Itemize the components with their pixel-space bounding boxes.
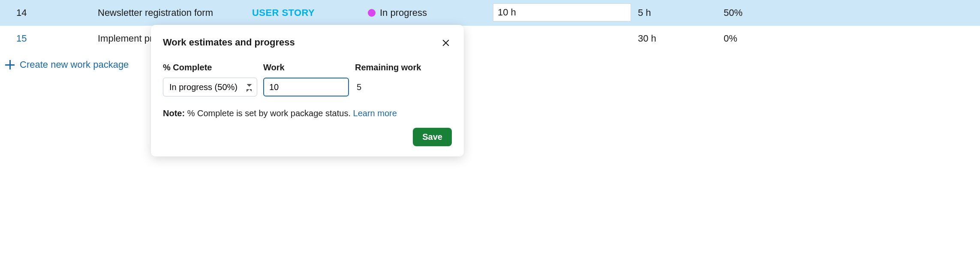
wp-percent: 0% bbox=[720, 33, 980, 44]
close-icon bbox=[442, 39, 450, 47]
wp-status: In progress bbox=[364, 7, 493, 18]
work-estimates-dialog: Work estimates and progress % Complete I… bbox=[151, 25, 464, 157]
create-label: Create new work package bbox=[20, 59, 129, 70]
percent-complete-label: % Complete bbox=[163, 63, 262, 72]
remaining-work-value: 5 bbox=[355, 78, 452, 96]
status-dot-icon bbox=[368, 9, 376, 17]
close-button[interactable] bbox=[440, 37, 452, 49]
status-text: In progress bbox=[380, 7, 427, 18]
wp-subject: Newsletter registration form bbox=[94, 7, 249, 18]
wp-remaining: 5 h bbox=[634, 7, 720, 18]
dialog-title: Work estimates and progress bbox=[163, 37, 295, 48]
table-row[interactable]: 15 Implement pro 30 h 0% bbox=[0, 26, 980, 51]
wp-remaining: 30 h bbox=[634, 33, 720, 44]
create-work-package-button[interactable]: Create new work package bbox=[0, 51, 129, 70]
percent-complete-select[interactable]: In progress (50%) bbox=[163, 78, 257, 96]
note-bold: Note: bbox=[163, 108, 185, 118]
wp-type: USER STORY bbox=[249, 7, 364, 18]
wp-percent: 50% bbox=[720, 7, 980, 18]
remaining-work-label: Remaining work bbox=[355, 63, 452, 72]
wp-work-editing-cell[interactable]: 10 h bbox=[493, 3, 631, 21]
plus-icon bbox=[5, 60, 15, 69]
save-button[interactable]: Save bbox=[413, 128, 452, 146]
table-row[interactable]: 14 Newsletter registration form USER STO… bbox=[0, 0, 980, 26]
work-value: 10 h bbox=[498, 7, 516, 18]
work-input[interactable] bbox=[263, 78, 349, 96]
work-package-table: 14 Newsletter registration form USER STO… bbox=[0, 0, 980, 70]
note-body: % Complete is set by work package status… bbox=[185, 108, 353, 118]
work-label: Work bbox=[263, 63, 353, 72]
wp-id-link[interactable]: 15 bbox=[0, 33, 94, 44]
learn-more-link[interactable]: Learn more bbox=[353, 108, 397, 118]
wp-id: 14 bbox=[0, 7, 94, 18]
note-text: Note: % Complete is set by work package … bbox=[163, 108, 452, 118]
